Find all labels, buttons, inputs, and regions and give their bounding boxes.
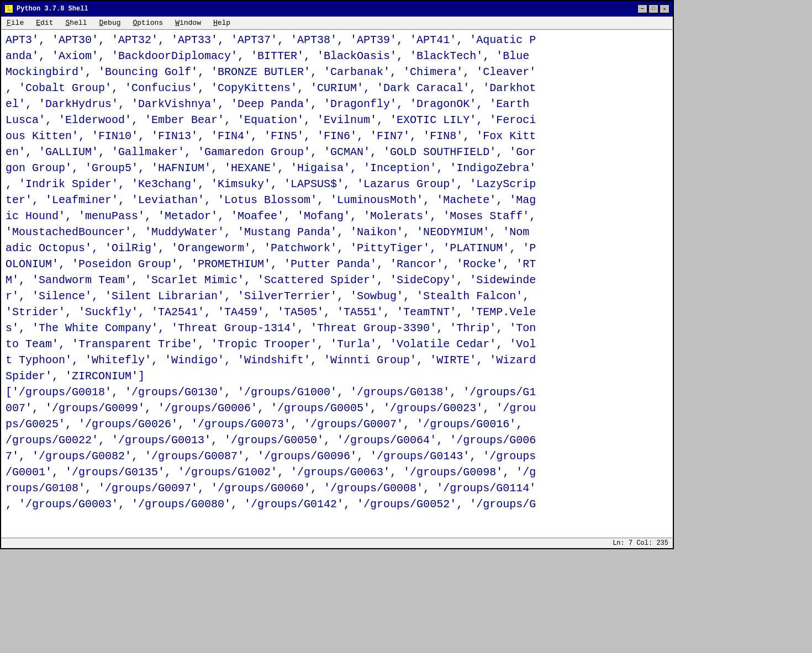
content-area: APT3', 'APT30', 'APT32', 'APT33', 'APT37… xyxy=(1,30,673,538)
maximize-button[interactable]: □ xyxy=(648,4,658,13)
menu-window[interactable]: Window xyxy=(172,18,204,28)
menu-file[interactable]: File xyxy=(3,18,27,28)
menu-help[interactable]: Help xyxy=(210,18,234,28)
title-bar-left: 🐍 Python 3.7.8 Shell xyxy=(4,4,88,13)
menu-shell[interactable]: Shell xyxy=(62,18,90,28)
main-window: 🐍 Python 3.7.8 Shell — □ ✕ File Edit She… xyxy=(0,0,674,549)
title-bar: 🐍 Python 3.7.8 Shell — □ ✕ xyxy=(1,1,673,17)
window-controls: — □ ✕ xyxy=(637,4,669,13)
python-icon: 🐍 xyxy=(4,4,13,13)
status-bar: Ln: 7 Col: 235 xyxy=(1,538,673,548)
menu-debug[interactable]: Debug xyxy=(96,18,124,28)
cursor-position: Ln: 7 Col: 235 xyxy=(613,539,668,547)
menu-edit[interactable]: Edit xyxy=(33,18,56,28)
menu-bar: File Edit Shell Debug Options Window Hel… xyxy=(1,17,673,30)
code-output: APT3', 'APT30', 'APT32', 'APT33', 'APT37… xyxy=(6,32,668,512)
close-button[interactable]: ✕ xyxy=(660,4,669,13)
menu-options[interactable]: Options xyxy=(130,18,167,28)
window-title: Python 3.7.8 Shell xyxy=(17,5,88,13)
minimize-button[interactable]: — xyxy=(637,4,647,13)
